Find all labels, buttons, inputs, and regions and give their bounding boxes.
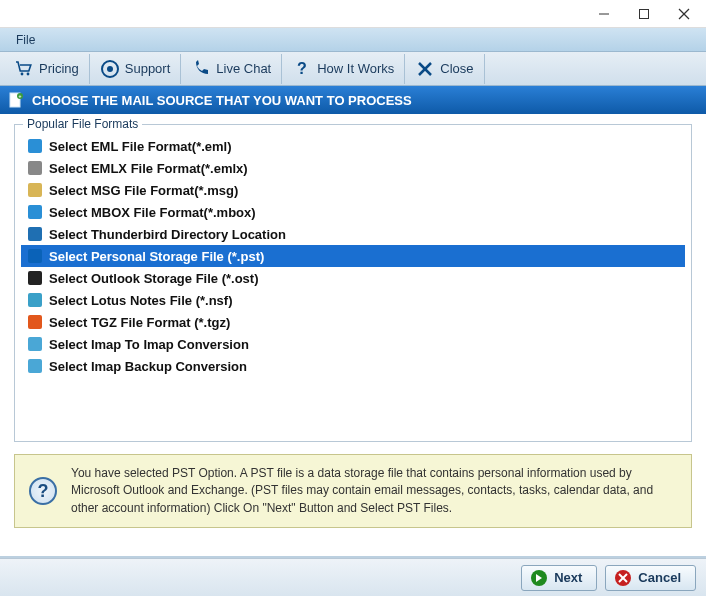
howitworks-button[interactable]: ? How It Works	[282, 54, 405, 84]
imap-icon	[27, 336, 43, 352]
svg-point-5	[27, 72, 30, 75]
format-item-eml[interactable]: Select EML File Format(*.eml)	[21, 135, 685, 157]
page-icon: +	[8, 92, 24, 108]
format-item-nsf[interactable]: Select Lotus Notes File (*.nsf)	[21, 289, 685, 311]
close-icon	[415, 59, 435, 79]
section-header: + CHOOSE THE MAIL SOURCE THAT YOU WANT T…	[0, 86, 706, 114]
format-item-label: Select Personal Storage File (*.pst)	[49, 249, 264, 264]
svg-text:?: ?	[297, 60, 307, 77]
format-item-label: Select Imap Backup Conversion	[49, 359, 247, 374]
formats-legend: Popular File Formats	[23, 117, 142, 131]
menu-file[interactable]: File	[10, 30, 41, 50]
info-area: ? You have selected PST Option. A PST fi…	[0, 448, 706, 528]
format-item-label: Select MBOX File Format(*.mbox)	[49, 205, 256, 220]
info-text: You have selected PST Option. A PST file…	[71, 465, 677, 517]
format-item-emlx[interactable]: Select EMLX File Format(*.emlx)	[21, 157, 685, 179]
livechat-button[interactable]: Live Chat	[181, 54, 282, 84]
pst-icon	[27, 248, 43, 264]
format-item-tgz[interactable]: Select TGZ File Format (*.tgz)	[21, 311, 685, 333]
svg-point-4	[21, 72, 24, 75]
eml-icon	[27, 138, 43, 154]
toolbar: Pricing Support Live Chat ? How It Works…	[0, 52, 706, 86]
format-item-label: Select EML File Format(*.eml)	[49, 139, 232, 154]
next-button[interactable]: Next	[521, 565, 597, 591]
format-item-label: Select Imap To Imap Conversion	[49, 337, 249, 352]
next-label: Next	[554, 570, 582, 585]
svg-rect-1	[640, 9, 649, 18]
svg-text:+: +	[19, 93, 22, 99]
question-icon: ?	[292, 59, 312, 79]
emlx-icon	[27, 160, 43, 176]
menubar: File	[0, 28, 706, 52]
support-label: Support	[125, 61, 171, 76]
close-window-button[interactable]	[664, 1, 704, 27]
svg-point-7	[107, 66, 113, 72]
format-item-msg[interactable]: Select MSG File Format(*.msg)	[21, 179, 685, 201]
nsf-icon	[27, 292, 43, 308]
info-box: ? You have selected PST Option. A PST fi…	[14, 454, 692, 528]
mbox-icon	[27, 204, 43, 220]
format-item-imap[interactable]: Select Imap To Imap Conversion	[21, 333, 685, 355]
cart-icon	[14, 59, 34, 79]
tgz-icon	[27, 314, 43, 330]
livechat-label: Live Chat	[216, 61, 271, 76]
imapbk-icon	[27, 358, 43, 374]
format-item-thunderbird[interactable]: Select Thunderbird Directory Location	[21, 223, 685, 245]
format-item-mbox[interactable]: Select MBOX File Format(*.mbox)	[21, 201, 685, 223]
section-title: CHOOSE THE MAIL SOURCE THAT YOU WANT TO …	[32, 93, 412, 108]
format-item-label: Select EMLX File Format(*.emlx)	[49, 161, 248, 176]
window-titlebar	[0, 0, 706, 28]
footer: Next Cancel	[0, 558, 706, 596]
format-item-label: Select Lotus Notes File (*.nsf)	[49, 293, 232, 308]
phone-icon	[191, 59, 211, 79]
pricing-label: Pricing	[39, 61, 79, 76]
info-question-icon: ?	[29, 477, 57, 505]
close-button[interactable]: Close	[405, 54, 484, 84]
support-button[interactable]: Support	[90, 54, 182, 84]
content-area: Popular File Formats Select EML File For…	[0, 114, 706, 448]
cancel-icon	[614, 569, 632, 587]
msg-icon	[27, 182, 43, 198]
maximize-button[interactable]	[624, 1, 664, 27]
howitworks-label: How It Works	[317, 61, 394, 76]
close-label: Close	[440, 61, 473, 76]
support-icon	[100, 59, 120, 79]
format-item-label: Select TGZ File Format (*.tgz)	[49, 315, 230, 330]
format-item-label: Select Thunderbird Directory Location	[49, 227, 286, 242]
minimize-button[interactable]	[584, 1, 624, 27]
format-item-label: Select Outlook Storage File (*.ost)	[49, 271, 258, 286]
pricing-button[interactable]: Pricing	[4, 54, 90, 84]
arrow-right-icon	[530, 569, 548, 587]
format-item-ost[interactable]: Select Outlook Storage File (*.ost)	[21, 267, 685, 289]
cancel-label: Cancel	[638, 570, 681, 585]
format-item-imapbk[interactable]: Select Imap Backup Conversion	[21, 355, 685, 377]
ost-icon	[27, 270, 43, 286]
formats-group: Popular File Formats Select EML File For…	[14, 124, 692, 442]
format-item-label: Select MSG File Format(*.msg)	[49, 183, 238, 198]
cancel-button[interactable]: Cancel	[605, 565, 696, 591]
format-item-pst[interactable]: Select Personal Storage File (*.pst)	[21, 245, 685, 267]
thunderbird-icon	[27, 226, 43, 242]
